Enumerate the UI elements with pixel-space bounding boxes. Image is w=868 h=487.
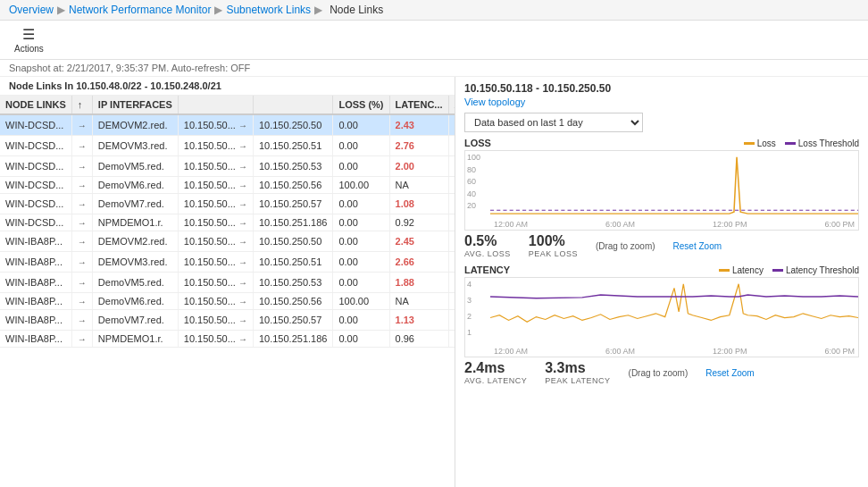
from-ip: DEMOVM3.red. — [92, 252, 178, 273]
from-ip: DemoVM5.red. — [92, 156, 178, 177]
actions-icon: ☰ — [22, 26, 35, 43]
peak-loss-value: 100% — [529, 233, 578, 249]
loss-value: 0.00 — [338, 256, 357, 267]
breadcrumb: Overview ▶ Network Performance Monitor ▶… — [0, 0, 868, 21]
loss-cell: 0.00 — [333, 136, 389, 156]
table-row[interactable]: WIN-IBA8P... → DemoVM7.red. 10.150.50...… — [0, 310, 455, 331]
row-arrow: → — [71, 231, 92, 252]
loss-reset-zoom[interactable]: Reset Zoom — [673, 241, 722, 251]
row-arrow: → — [71, 114, 92, 136]
alerts-cell: ! 2 — [448, 231, 455, 252]
loss-x-labels: 12:00 AM 6:00 AM 12:00 PM 6:00 PM — [490, 219, 858, 230]
row-arrow: → — [71, 136, 92, 156]
avg-latency-value: 2.4ms — [464, 360, 527, 376]
latency-cell: 1.08 — [389, 194, 448, 214]
loss-threshold-dot — [785, 142, 796, 145]
table-container[interactable]: NODE LINKS ↑ IP INTERFACES LOSS (%) LATE… — [0, 96, 455, 487]
loss-cell: 0.00 — [333, 194, 389, 214]
node-name: WIN-DCSD... — [0, 214, 71, 231]
view-topology-link[interactable]: View topology — [464, 97, 859, 107]
loss-color-dot — [744, 142, 755, 145]
from-addr: 10.150.50... → — [178, 136, 253, 156]
loss-cell: 0.00 — [333, 231, 389, 252]
latency-reset-zoom[interactable]: Reset Zoom — [705, 368, 754, 378]
breadcrumb-npm[interactable]: Network Performance Monitor — [69, 4, 211, 16]
from-ip: DEMOVM3.red. — [92, 136, 178, 156]
left-panel: Node Links In 10.150.48.0/22 - 10.150.24… — [0, 77, 455, 487]
col-sort-arrow[interactable]: ↑ — [71, 96, 92, 114]
peak-latency-label: PEAK LATENCY — [545, 376, 610, 385]
loss-value: 0.00 — [338, 140, 357, 151]
right-panel: 10.150.50.118 - 10.150.250.50 View topol… — [455, 77, 868, 487]
loss-chart-title: LOSS — [464, 138, 491, 148]
row-arrow: → — [71, 177, 92, 194]
time-select[interactable]: Data based on last 1 day Data based on l… — [464, 113, 643, 132]
main-layout: Node Links In 10.150.48.0/22 - 10.150.24… — [0, 77, 868, 487]
to-ip: 10.150.250.57 — [253, 310, 332, 331]
col-from-addr — [178, 96, 253, 114]
loss-value: 0.00 — [338, 161, 357, 172]
from-ip: DemoVM6.red. — [92, 177, 178, 194]
node-name: WIN-DCSD... — [0, 114, 71, 136]
loss-threshold-label: Loss Threshold — [798, 139, 859, 148]
table-row[interactable]: WIN-DCSD... → DemoVM7.red. 10.150.50... … — [0, 194, 455, 214]
from-addr: 10.150.50... → — [178, 177, 253, 194]
alerts-cell: - — [448, 293, 455, 310]
breadcrumb-subnetwork[interactable]: Subnetwork Links — [226, 4, 311, 16]
from-addr: 10.150.50... → — [178, 273, 253, 293]
from-addr: 10.150.50... → — [178, 331, 253, 348]
node-name: WIN-IBA8P... — [0, 310, 71, 331]
from-ip: DEMOVM2.red. — [92, 231, 178, 252]
table-row[interactable]: WIN-IBA8P... → DemoVM5.red. 10.150.50...… — [0, 273, 455, 293]
latency-cell: 1.13 — [389, 310, 448, 331]
latency-legend-latency: Latency — [719, 265, 764, 275]
row-arrow: → — [71, 194, 92, 214]
from-addr: 10.150.50... → — [178, 194, 253, 214]
from-addr: 10.150.50... → — [178, 214, 253, 231]
from-ip: DemoVM7.red. — [92, 310, 178, 331]
actions-button[interactable]: ☰ Actions — [9, 24, 49, 55]
col-to-arrow — [253, 96, 332, 114]
latency-cell: 0.96 — [389, 331, 448, 348]
alerts-cell: - — [448, 331, 455, 348]
node-name: WIN-DCSD... — [0, 177, 71, 194]
col-latency: LATENC... — [389, 96, 448, 114]
loss-cell: 0.00 — [333, 114, 389, 136]
latency-canvas — [490, 280, 858, 342]
peak-loss-label: PEAK LOSS — [529, 249, 578, 258]
table-row[interactable]: WIN-DCSD... → NPMDEMO1.r. 10.150.50... →… — [0, 214, 455, 231]
alerts-cell: ! 1 — [448, 156, 455, 177]
time-dropdown-row: Data based on last 1 day Data based on l… — [464, 113, 859, 132]
latency-x-labels: 12:00 AM 6:00 AM 12:00 PM 6:00 PM — [490, 346, 858, 357]
loss-y-labels: 100 80 60 40 20 — [465, 151, 490, 212]
node-name: WIN-IBA8P... — [0, 331, 71, 348]
latency-cell: 2.00 — [389, 156, 448, 177]
table-row[interactable]: WIN-IBA8P... → DEMOVM3.red. 10.150.50...… — [0, 252, 455, 273]
breadcrumb-overview[interactable]: Overview — [9, 4, 54, 16]
to-ip: 10.150.250.53 — [253, 156, 332, 177]
loss-chart-area[interactable]: 100 80 60 40 20 12:00 AM 6:00 — [464, 150, 859, 231]
table-row[interactable]: WIN-IBA8P... → DemoVM6.red. 10.150.50...… — [0, 293, 455, 310]
loss-value: 0.00 — [338, 315, 357, 325]
latency-stats-row: 2.4ms AVG. LATENCY 3.3ms PEAK LATENCY (D… — [464, 357, 859, 388]
loss-legend-loss: Loss — [744, 139, 776, 148]
from-ip: DemoVM5.red. — [92, 273, 178, 293]
row-arrow: → — [71, 252, 92, 273]
node-name: WIN-IBA8P... — [0, 293, 71, 310]
snapshot-text: Snapshot at: 2/21/2017, 9:35:37 PM. Auto… — [9, 63, 250, 73]
table-row[interactable]: WIN-DCSD... → DemoVM5.red. 10.150.50... … — [0, 156, 455, 177]
from-ip: NPMDEMO1.r. — [92, 214, 178, 231]
table-row[interactable]: WIN-DCSD... → DEMOVM3.red. 10.150.50... … — [0, 136, 455, 156]
col-node-links[interactable]: NODE LINKS — [0, 96, 71, 114]
loss-value: 0.00 — [338, 333, 357, 344]
table-row[interactable]: WIN-DCSD... → DemoVM6.red. 10.150.50... … — [0, 177, 455, 194]
to-ip: 10.150.250.50 — [253, 231, 332, 252]
table-row[interactable]: WIN-IBA8P... → NPMDEMO1.r. 10.150.50... … — [0, 331, 455, 348]
from-addr: 10.150.50... → — [178, 293, 253, 310]
latency-legend: Latency Latency Threshold — [719, 265, 859, 275]
latency-threshold-label: Latency Threshold — [786, 265, 859, 275]
table-body: WIN-DCSD... → DEMOVM2.red. 10.150.50... … — [0, 114, 455, 348]
table-row[interactable]: WIN-DCSD... → DEMOVM2.red. 10.150.50... … — [0, 114, 455, 136]
table-row[interactable]: WIN-IBA8P... → DEMOVM2.red. 10.150.50...… — [0, 231, 455, 252]
latency-chart-area[interactable]: 4 3 2 1 12:00 AM 6:00 AM 12:00 — [464, 277, 859, 357]
